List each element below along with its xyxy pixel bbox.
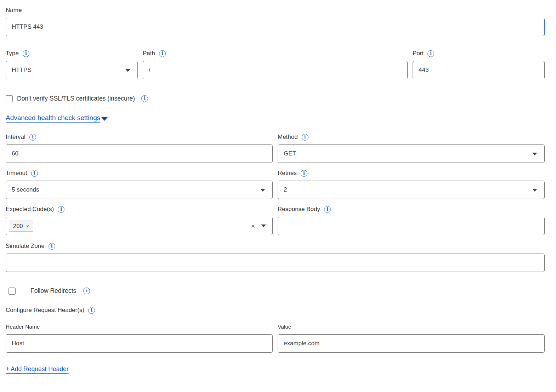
response-body-label: Response Body i — [278, 205, 331, 213]
interval-label: Interval i — [6, 133, 36, 141]
type-select[interactable]: HTTPS — [6, 61, 138, 79]
method-select[interactable]: GET — [278, 144, 545, 163]
response-body-info-icon[interactable]: i — [324, 206, 331, 213]
port-info-icon[interactable]: i — [427, 50, 434, 57]
bottom-divider — [6, 380, 545, 380]
timeout-label: Timeout i — [6, 169, 38, 177]
ssl-verify-row: Don't verify SSL/TLS certificates (insec… — [6, 95, 545, 102]
interval-info-icon[interactable]: i — [29, 134, 36, 141]
retries-label: Retries i — [278, 169, 307, 177]
chevron-down-icon — [532, 189, 537, 192]
chevron-down-icon[interactable] — [261, 225, 266, 227]
expected-code-tag: 200 × — [9, 221, 33, 232]
interval-input[interactable] — [6, 144, 273, 163]
request-headers-info-icon[interactable]: i — [88, 307, 95, 314]
chevron-down-icon — [260, 189, 265, 192]
expected-codes-multiselect[interactable]: 200 × × — [6, 217, 273, 235]
path-input[interactable] — [143, 61, 408, 79]
chevron-down-icon — [125, 69, 130, 72]
method-info-icon[interactable]: i — [302, 134, 308, 141]
name-input[interactable] — [6, 18, 545, 36]
advanced-settings-link[interactable]: Advanced health check settings — [6, 114, 100, 122]
expected-codes-info-icon[interactable]: i — [58, 206, 64, 213]
port-label: Port i — [413, 50, 434, 57]
simulate-zone-input[interactable] — [6, 254, 545, 272]
expected-codes-label: Expected Code(s) i — [6, 205, 64, 213]
chevron-down-icon — [532, 153, 537, 155]
header-value-input[interactable] — [278, 334, 545, 353]
follow-redirects-label: Follow Redirects — [30, 287, 76, 295]
method-label: Method i — [278, 133, 308, 141]
request-headers-section-label: Configure Request Header(s) i — [6, 306, 95, 314]
simulate-zone-info-icon[interactable]: i — [49, 243, 55, 250]
add-request-header-link[interactable]: + Add Request Header — [6, 365, 69, 373]
tag-remove-icon[interactable]: × — [26, 223, 29, 229]
type-label: Type i — [6, 50, 29, 57]
header-name-input[interactable] — [6, 334, 273, 353]
ssl-verify-info-icon[interactable]: i — [141, 95, 148, 102]
timeout-info-icon[interactable]: i — [31, 170, 38, 177]
follow-redirects-checkbox[interactable] — [8, 288, 16, 295]
header-value-label: Value — [278, 324, 545, 330]
response-body-input[interactable] — [278, 217, 545, 235]
name-label: Name — [6, 6, 22, 14]
clear-all-icon[interactable]: × — [251, 223, 255, 229]
simulate-zone-label: Simulate Zone i — [6, 242, 55, 250]
header-name-label: Header Name — [6, 324, 273, 330]
ssl-verify-checkbox[interactable] — [6, 95, 13, 102]
ssl-verify-label: Don't verify SSL/TLS certificates (insec… — [17, 95, 135, 102]
retries-select[interactable]: 2 — [278, 181, 545, 199]
retries-info-icon[interactable]: i — [301, 170, 307, 177]
health-check-form: Name Type i HTTPS Path i Port i — [0, 0, 553, 387]
follow-redirects-info-icon[interactable]: i — [83, 288, 90, 294]
timeout-select[interactable]: 5 seconds — [6, 181, 273, 199]
port-input[interactable] — [413, 61, 545, 79]
path-label: Path i — [143, 50, 166, 57]
type-info-icon[interactable]: i — [23, 50, 29, 57]
path-info-icon[interactable]: i — [159, 50, 166, 57]
advanced-settings-caret-icon — [101, 117, 108, 121]
follow-redirects-row: Follow Redirects i — [6, 287, 545, 295]
